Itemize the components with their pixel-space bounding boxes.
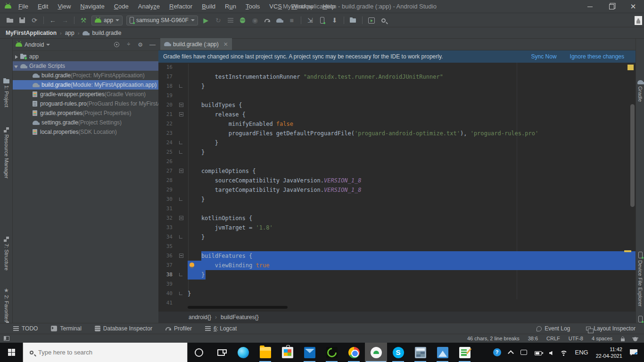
toolwindow-button-todo[interactable]: TODO <box>13 325 38 332</box>
code-line-40[interactable]: 40} <box>158 289 636 298</box>
line-number[interactable]: 21 <box>160 110 173 119</box>
menu-tools[interactable]: Tools <box>241 1 264 11</box>
taskbar-search-box[interactable] <box>23 343 188 362</box>
target-device-dropdown[interactable]: samsung SM-G960F <box>126 16 198 25</box>
tab-close-icon[interactable]: ✕ <box>223 41 228 48</box>
line-separator[interactable]: CRLF <box>546 336 560 341</box>
layout-validation-button[interactable] <box>366 15 377 25</box>
fold-marker-icon[interactable] <box>179 273 182 276</box>
tool-window-toggle-icon[interactable] <box>4 336 9 341</box>
line-number[interactable]: 23 <box>160 129 173 138</box>
project-structure-button[interactable] <box>347 15 359 25</box>
tree-item-gradle-wrapper-properties[interactable]: gradle-wrapper.properties (Gradle Versio… <box>13 90 158 99</box>
menu-build[interactable]: Build <box>198 1 220 11</box>
tree-item-settings-gradle[interactable]: settings.gradle (Project Settings) <box>13 118 158 127</box>
code-line-20[interactable]: 20 buildTypes { <box>158 100 636 110</box>
attach-debugger-button[interactable]: ⇲ <box>305 15 316 25</box>
menu-view[interactable]: View <box>53 1 75 11</box>
tree-item-build-gradle[interactable]: build.gradle (Module: MyFirstApplicaatio… <box>13 80 158 90</box>
attach-profiler-button[interactable]: ◉ <box>249 15 261 25</box>
toolwindow-button-6-logcat[interactable]: 6: Logcat <box>205 325 237 332</box>
code-line-30[interactable]: 30 } <box>158 195 636 204</box>
line-number[interactable]: 25 <box>160 148 173 157</box>
fold-marker-icon[interactable] <box>179 141 182 144</box>
line-number[interactable]: 33 <box>160 223 173 232</box>
taskbar-document-editor-app-icon[interactable] <box>454 343 476 362</box>
fold-marker-icon[interactable] <box>179 150 182 154</box>
code-line-36[interactable]: 36 buildFeatures { <box>158 251 636 261</box>
taskbar-calculator-icon[interactable] <box>409 343 431 362</box>
profiler-gauge-button[interactable] <box>262 15 273 25</box>
sdk-manager-button[interactable]: ⬇ <box>329 15 340 25</box>
taskbar-android-studio-icon[interactable] <box>365 343 387 362</box>
line-number[interactable]: 39 <box>160 280 173 289</box>
tree-item-proguard-rules-pro[interactable]: proguard-rules.pro (ProGuard Rules for M… <box>13 99 158 108</box>
menu-run[interactable]: Run <box>221 1 240 11</box>
fold-marker-icon[interactable] <box>179 112 183 116</box>
tree-item-gradle-scripts[interactable]: Gradle Scripts <box>13 61 158 71</box>
error-stripe-warning-mark[interactable] <box>624 250 631 252</box>
back-arrow-button[interactable]: ← <box>47 15 58 25</box>
line-number[interactable]: 41 <box>160 298 173 308</box>
run-play-button[interactable]: ▶ <box>200 15 212 25</box>
line-number[interactable]: 17 <box>160 72 173 82</box>
menu-navigate[interactable]: Navigate <box>76 1 108 11</box>
taskbar-chrome-icon[interactable] <box>343 343 365 362</box>
code-line-22[interactable]: 22 minifyEnabled false <box>158 119 636 129</box>
code-line-16[interactable]: 16 <box>158 63 636 72</box>
wifi-icon[interactable] <box>560 351 568 356</box>
line-number[interactable]: 40 <box>160 289 173 298</box>
fold-marker-icon[interactable] <box>179 235 182 239</box>
intention-bulb-icon[interactable] <box>190 263 194 267</box>
line-number[interactable]: 18 <box>160 82 173 91</box>
line-number[interactable]: 28 <box>160 176 173 185</box>
user-avatar[interactable] <box>635 16 642 25</box>
minimize-button[interactable] <box>579 0 601 13</box>
forward-arrow-button[interactable]: → <box>59 15 71 25</box>
open-file-button[interactable] <box>4 15 16 25</box>
gradle-sync-button[interactable] <box>274 15 285 25</box>
line-number[interactable]: 24 <box>160 138 173 148</box>
hide-panel-icon[interactable]: — <box>149 41 156 48</box>
line-number[interactable]: 35 <box>160 242 173 251</box>
code-line-31[interactable]: 31 <box>158 204 636 214</box>
code-line-39[interactable]: 39 <box>158 280 636 289</box>
taskbar-file-explorer-icon[interactable] <box>254 343 276 362</box>
menu-code[interactable]: Code <box>110 1 133 11</box>
line-number[interactable]: 19 <box>160 91 173 100</box>
locate-file-icon[interactable] <box>114 42 119 47</box>
stripe-gradle[interactable]: Gradle <box>636 80 644 102</box>
run-configuration-dropdown[interactable]: app <box>91 16 123 25</box>
code-line-29[interactable]: 29 targetCompatibility JavaVersion.VERSI… <box>158 185 636 195</box>
toolwindow-button-layout-inspector[interactable]: Layout Inspector <box>586 325 636 332</box>
unlock-icon[interactable] <box>621 338 625 341</box>
line-number[interactable]: 37 <box>160 261 173 270</box>
fold-marker-icon[interactable] <box>179 103 183 107</box>
breadcrumb-item[interactable]: build.gradle <box>92 30 121 36</box>
fold-marker-icon[interactable] <box>179 216 183 220</box>
code-line-18[interactable]: 18 } <box>158 82 636 91</box>
search-everywhere-button[interactable] <box>378 15 389 25</box>
menu-edit[interactable]: Edit <box>33 1 52 11</box>
fold-marker-icon[interactable] <box>179 197 182 201</box>
selection-info[interactable]: 46 chars, 2 line breaks <box>467 336 520 341</box>
code-line-37[interactable]: 37 viewBinding true <box>158 261 636 270</box>
code-line-23[interactable]: 23 proguardFiles getDefaultProguardFile(… <box>158 129 636 138</box>
code-line-17[interactable]: 17 testInstrumentationRunner "androidx.t… <box>158 72 636 82</box>
tree-collapsed-arrow-icon[interactable] <box>14 55 18 59</box>
device-manager-button[interactable] <box>317 15 328 25</box>
code-line-24[interactable]: 24 } <box>158 138 636 148</box>
volume-icon[interactable] <box>549 351 553 355</box>
file-encoding[interactable]: UTF-8 <box>569 336 583 341</box>
ignore-these-changes-link[interactable]: Ignore these changes <box>570 53 624 60</box>
breadcrumb-item[interactable]: MyFirstApplication <box>6 30 57 36</box>
editor-breadcrumb-item[interactable]: android{} <box>189 314 211 321</box>
toolwindow-button-terminal[interactable]: Terminal <box>51 325 81 332</box>
line-number[interactable]: 29 <box>160 185 173 195</box>
code-line-21[interactable]: 21 release { <box>158 110 636 119</box>
taskbar-cortana-icon[interactable] <box>188 343 210 362</box>
stripe-7-structure[interactable]: 7: Structure <box>0 237 13 271</box>
stripe-device-file-explorer[interactable]: Device File Explorer <box>636 252 644 306</box>
tree-item-gradle-properties[interactable]: gradle.properties (Project Properties) <box>13 108 158 118</box>
settings-gear-icon[interactable]: ⚙ <box>138 41 143 48</box>
